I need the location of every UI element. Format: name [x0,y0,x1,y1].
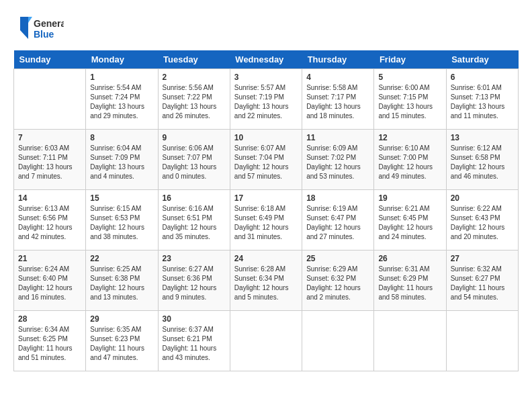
calendar-cell: 15Sunrise: 6:15 AM Sunset: 6:53 PM Dayli… [86,190,158,250]
calendar-cell: 11Sunrise: 6:09 AM Sunset: 7:02 PM Dayli… [302,130,374,190]
day-number: 22 [90,254,153,263]
day-number: 27 [451,254,514,263]
svg-marker-1 [28,17,32,23]
day-number: 28 [18,314,81,324]
calendar-cell: 16Sunrise: 6:16 AM Sunset: 6:51 PM Dayli… [158,190,230,250]
calendar-cell: 13Sunrise: 6:12 AM Sunset: 6:58 PM Dayli… [446,130,518,190]
day-content: Sunrise: 6:04 AM Sunset: 7:09 PM Dayligh… [90,144,153,181]
day-content: Sunrise: 6:35 AM Sunset: 6:23 PM Dayligh… [90,325,153,363]
day-content: Sunrise: 5:54 AM Sunset: 7:24 PM Dayligh… [90,83,153,121]
day-content: Sunrise: 6:16 AM Sunset: 6:51 PM Dayligh… [163,204,226,242]
day-header-sunday: Sunday [14,50,86,69]
calendar-cell: 20Sunrise: 6:22 AM Sunset: 6:43 PM Dayli… [446,190,518,250]
svg-text:General: General [34,18,64,29]
day-number: 1 [90,73,153,82]
calendar-cell: 29Sunrise: 6:35 AM Sunset: 6:23 PM Dayli… [86,311,158,371]
day-content: Sunrise: 6:27 AM Sunset: 6:36 PM Dayligh… [163,265,226,302]
calendar-cell: 24Sunrise: 6:28 AM Sunset: 6:34 PM Dayli… [230,250,302,311]
day-number: 7 [18,133,81,142]
calendar-cell: 18Sunrise: 6:19 AM Sunset: 6:47 PM Dayli… [302,190,374,250]
day-content: Sunrise: 6:01 AM Sunset: 7:13 PM Dayligh… [451,83,514,121]
calendar-cell [302,311,374,371]
svg-text:Blue: Blue [34,29,54,40]
day-number: 13 [451,133,514,142]
calendar-cell: 6Sunrise: 6:01 AM Sunset: 7:13 PM Daylig… [446,69,518,130]
day-number: 17 [234,193,298,203]
day-content: Sunrise: 6:25 AM Sunset: 6:38 PM Dayligh… [90,265,153,302]
day-number: 24 [234,254,298,263]
svg-marker-0 [20,17,28,39]
calendar-cell: 14Sunrise: 6:13 AM Sunset: 6:56 PM Dayli… [14,190,86,250]
logo: GeneralBlue [13,13,64,44]
day-header-monday: Monday [86,50,158,69]
day-number: 20 [451,193,514,203]
calendar-cell: 5Sunrise: 6:00 AM Sunset: 7:15 PM Daylig… [374,69,446,130]
day-content: Sunrise: 6:29 AM Sunset: 6:32 PM Dayligh… [306,265,369,302]
day-header-wednesday: Wednesday [230,50,302,69]
calendar-cell: 17Sunrise: 6:18 AM Sunset: 6:49 PM Dayli… [230,190,302,250]
day-content: Sunrise: 6:06 AM Sunset: 7:07 PM Dayligh… [163,144,226,181]
calendar-week-5: 28Sunrise: 6:34 AM Sunset: 6:25 PM Dayli… [14,311,519,371]
day-number: 21 [18,254,81,263]
day-number: 6 [451,73,514,82]
page-header: GeneralBlue [13,13,519,44]
calendar-week-1: 1Sunrise: 5:54 AM Sunset: 7:24 PM Daylig… [14,69,519,130]
day-number: 14 [18,193,81,203]
day-number: 30 [163,314,226,324]
day-content: Sunrise: 6:00 AM Sunset: 7:15 PM Dayligh… [378,83,441,121]
calendar-cell [14,69,86,130]
day-content: Sunrise: 6:03 AM Sunset: 7:11 PM Dayligh… [18,144,81,181]
day-content: Sunrise: 6:07 AM Sunset: 7:04 PM Dayligh… [234,144,298,181]
calendar-cell [230,311,302,371]
calendar-cell: 3Sunrise: 5:57 AM Sunset: 7:19 PM Daylig… [230,69,302,130]
calendar-week-4: 21Sunrise: 6:24 AM Sunset: 6:40 PM Dayli… [14,250,519,311]
logo-svg: GeneralBlue [13,13,64,44]
calendar-header-row: SundayMondayTuesdayWednesdayThursdayFrid… [14,50,519,69]
day-content: Sunrise: 6:34 AM Sunset: 6:25 PM Dayligh… [18,325,81,363]
day-content: Sunrise: 6:24 AM Sunset: 6:40 PM Dayligh… [18,265,81,302]
day-content: Sunrise: 6:37 AM Sunset: 6:21 PM Dayligh… [163,325,226,363]
calendar-week-2: 7Sunrise: 6:03 AM Sunset: 7:11 PM Daylig… [14,130,519,190]
day-content: Sunrise: 6:19 AM Sunset: 6:47 PM Dayligh… [306,204,369,242]
day-content: Sunrise: 6:28 AM Sunset: 6:34 PM Dayligh… [234,265,298,302]
calendar-cell: 7Sunrise: 6:03 AM Sunset: 7:11 PM Daylig… [14,130,86,190]
day-number: 15 [90,193,153,203]
day-header-friday: Friday [374,50,446,69]
calendar-cell: 23Sunrise: 6:27 AM Sunset: 6:36 PM Dayli… [158,250,230,311]
day-content: Sunrise: 6:18 AM Sunset: 6:49 PM Dayligh… [234,204,298,242]
day-number: 9 [163,133,226,142]
day-number: 29 [90,314,153,324]
calendar-cell: 25Sunrise: 6:29 AM Sunset: 6:32 PM Dayli… [302,250,374,311]
day-header-tuesday: Tuesday [158,50,230,69]
day-number: 16 [163,193,226,203]
calendar-cell: 12Sunrise: 6:10 AM Sunset: 7:00 PM Dayli… [374,130,446,190]
day-content: Sunrise: 6:10 AM Sunset: 7:00 PM Dayligh… [378,144,441,181]
day-number: 5 [378,73,441,82]
day-number: 26 [378,254,441,263]
calendar-cell: 10Sunrise: 6:07 AM Sunset: 7:04 PM Dayli… [230,130,302,190]
day-number: 8 [90,133,153,142]
calendar-cell: 2Sunrise: 5:56 AM Sunset: 7:22 PM Daylig… [158,69,230,130]
day-number: 23 [163,254,226,263]
calendar-cell: 22Sunrise: 6:25 AM Sunset: 6:38 PM Dayli… [86,250,158,311]
day-header-thursday: Thursday [302,50,374,69]
calendar-week-3: 14Sunrise: 6:13 AM Sunset: 6:56 PM Dayli… [14,190,519,250]
calendar-table: SundayMondayTuesdayWednesdayThursdayFrid… [13,50,519,371]
day-content: Sunrise: 6:09 AM Sunset: 7:02 PM Dayligh… [306,144,369,181]
day-content: Sunrise: 6:31 AM Sunset: 6:29 PM Dayligh… [378,265,441,302]
day-number: 3 [234,73,298,82]
day-header-saturday: Saturday [446,50,518,69]
day-number: 10 [234,133,298,142]
day-number: 2 [163,73,226,82]
day-content: Sunrise: 6:12 AM Sunset: 6:58 PM Dayligh… [451,144,514,181]
calendar-cell [446,311,518,371]
calendar-cell: 9Sunrise: 6:06 AM Sunset: 7:07 PM Daylig… [158,130,230,190]
day-content: Sunrise: 6:15 AM Sunset: 6:53 PM Dayligh… [90,204,153,242]
calendar-cell: 30Sunrise: 6:37 AM Sunset: 6:21 PM Dayli… [158,311,230,371]
day-content: Sunrise: 6:32 AM Sunset: 6:27 PM Dayligh… [451,265,514,302]
day-number: 18 [306,193,369,203]
day-number: 25 [306,254,369,263]
day-number: 11 [306,133,369,142]
day-number: 4 [306,73,369,82]
calendar-cell: 1Sunrise: 5:54 AM Sunset: 7:24 PM Daylig… [86,69,158,130]
